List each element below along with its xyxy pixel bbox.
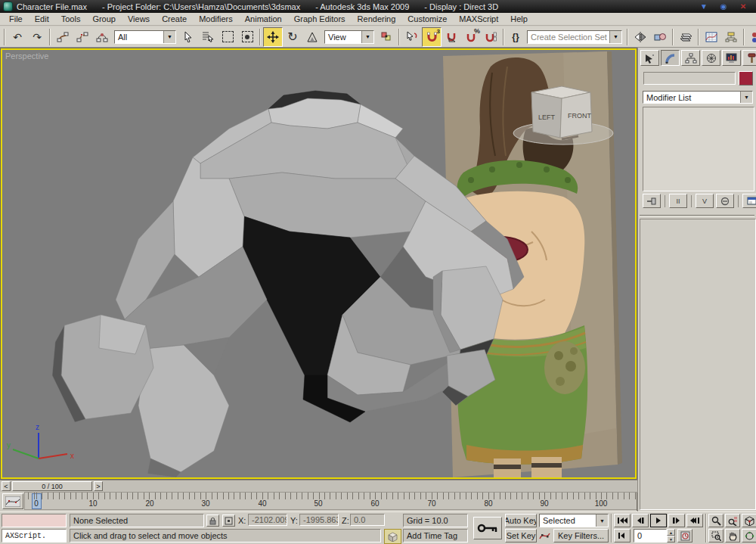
named-selection-set-dropdown[interactable]: Create Selection Set ▼ [527, 30, 622, 44]
menu-animation[interactable]: Animation [239, 14, 288, 24]
modifier-list-dropdown[interactable]: Modifier List ▼ [643, 91, 753, 104]
menu-rendering[interactable]: Rendering [352, 14, 402, 24]
perspective-viewport[interactable]: Perspective [1, 48, 637, 479]
mini-curve-editor-icon[interactable] [2, 493, 23, 509]
current-frame-field[interactable]: 0 [634, 529, 667, 542]
tab-create[interactable] [640, 50, 659, 66]
menu-group[interactable]: Group [86, 14, 122, 24]
percent-snap-icon[interactable]: % [461, 27, 481, 47]
tab-modify[interactable] [661, 50, 680, 66]
rectangular-selection-region-icon[interactable] [218, 27, 237, 47]
menu-edit[interactable]: Edit [29, 14, 55, 24]
key-mode-toggle-icon[interactable] [614, 529, 631, 542]
object-name-field[interactable] [643, 72, 736, 85]
frame-spinner[interactable]: ▲▼ [667, 529, 675, 542]
unlink-icon[interactable] [73, 27, 92, 47]
track-bar-ruler[interactable]: 0 10 20 30 40 50 60 70 80 90 100 [24, 492, 638, 510]
arc-rotate-icon[interactable] [742, 529, 756, 542]
bind-to-space-warp-icon[interactable] [92, 27, 112, 47]
previous-frame-arrow[interactable]: < [2, 481, 11, 491]
material-editor-icon[interactable] [747, 27, 756, 47]
tab-motion[interactable] [702, 50, 720, 66]
chevron-down-icon[interactable]: ▼ [596, 514, 608, 527]
x-coordinate-field[interactable]: -2102.009 [248, 514, 287, 526]
key-filter-dropdown[interactable]: Selected ▼ [539, 514, 609, 527]
auto-key-button[interactable]: Auto Key [505, 514, 537, 527]
menu-help[interactable]: Help [504, 14, 534, 24]
undo-icon[interactable]: ↶ [8, 27, 27, 47]
maxscript-listener-pink[interactable] [2, 514, 67, 527]
zoom-all-icon[interactable] [725, 514, 740, 527]
zoom-extents-icon[interactable] [742, 514, 756, 527]
window-crossing-icon[interactable] [237, 27, 257, 47]
reference-coordinate-dropdown[interactable]: View ▼ [324, 30, 374, 44]
selection-lock-icon[interactable] [206, 514, 219, 527]
redo-icon[interactable]: ↷ [27, 27, 47, 47]
select-and-move-icon[interactable] [263, 27, 283, 47]
viewport-canvas[interactable]: LEFT FRONT z x y [2, 50, 635, 477]
pan-hand-icon[interactable] [725, 529, 740, 542]
tab-utilities[interactable] [742, 50, 756, 66]
modifier-stack-list[interactable] [643, 107, 754, 191]
configure-modifier-sets-icon[interactable] [742, 194, 756, 208]
next-frame-arrow[interactable]: > [94, 481, 103, 491]
default-in-out-tangent-icon[interactable] [539, 530, 551, 542]
menu-modifiers[interactable]: Modifiers [193, 14, 239, 24]
go-to-start-icon[interactable] [614, 514, 631, 527]
close-button[interactable]: ✕ [738, 2, 748, 11]
previous-frame-icon[interactable] [632, 514, 649, 527]
set-key-button[interactable]: Set Key [505, 529, 537, 542]
select-object-icon[interactable] [178, 27, 198, 47]
rollout-area[interactable] [640, 219, 756, 510]
chevron-down-icon[interactable]: ▼ [361, 31, 373, 43]
tab-display[interactable] [722, 50, 741, 66]
curve-editor-icon[interactable] [702, 27, 721, 47]
region-zoom-icon[interactable] [708, 529, 723, 542]
key-filters-button[interactable]: Key Filters... [553, 529, 609, 542]
select-and-link-icon[interactable] [53, 27, 73, 47]
select-and-manipulate-icon[interactable] [402, 27, 422, 47]
chevron-down-icon[interactable]: ▼ [609, 31, 621, 43]
menu-graph-editors[interactable]: Graph Editors [288, 14, 352, 24]
selection-filter-dropdown[interactable]: All ▼ [114, 30, 176, 44]
restore-button[interactable]: ◉ [718, 2, 729, 11]
menu-file[interactable]: File [3, 14, 29, 24]
pin-stack-icon[interactable] [643, 194, 661, 208]
remove-modifier-icon[interactable] [716, 194, 734, 208]
object-color-swatch[interactable] [739, 71, 753, 85]
z-coordinate-field[interactable]: 0.0 [350, 514, 385, 526]
play-animation-icon[interactable] [650, 514, 667, 527]
select-and-rotate-icon[interactable]: ↻ [283, 27, 302, 47]
time-configuration-icon[interactable] [677, 529, 692, 542]
select-and-scale-icon[interactable] [302, 27, 322, 47]
tab-hierarchy[interactable] [681, 50, 700, 66]
spinner-snap-icon[interactable] [481, 27, 500, 47]
adaptive-degradation-cube-icon[interactable] [384, 529, 401, 544]
schematic-view-icon[interactable] [721, 27, 741, 47]
menu-tools[interactable]: Tools [55, 14, 87, 24]
menu-customize[interactable]: Customize [401, 14, 453, 24]
zoom-icon[interactable] [708, 514, 723, 527]
angle-snap-icon[interactable] [442, 27, 461, 47]
time-slider-handle[interactable]: 0 / 100 [12, 481, 92, 491]
next-frame-icon[interactable] [668, 514, 685, 527]
make-unique-icon[interactable]: V [696, 194, 714, 208]
menu-maxscript[interactable]: MAXScript [453, 14, 504, 24]
align-icon[interactable] [650, 27, 670, 47]
go-to-end-icon[interactable] [686, 514, 703, 527]
layer-manager-icon[interactable] [676, 27, 696, 47]
snaps-toggle-3d-icon[interactable]: 3 [422, 27, 442, 47]
y-coordinate-field[interactable]: -1995.863 [299, 514, 339, 526]
add-time-tag-field[interactable]: Add Time Tag [403, 529, 468, 542]
absolute-offset-toggle-icon[interactable] [222, 514, 235, 527]
select-by-name-icon[interactable] [198, 27, 218, 47]
mirror-icon[interactable] [631, 27, 650, 47]
show-end-result-icon[interactable]: II [669, 194, 687, 208]
use-pivot-center-icon[interactable] [376, 27, 396, 47]
chevron-down-icon[interactable]: ▼ [163, 31, 175, 43]
title-bar[interactable]: Character File.max - Project Folder: C:\… [0, 0, 756, 13]
chevron-down-icon[interactable]: ▼ [740, 92, 752, 103]
menu-create[interactable]: Create [156, 14, 193, 24]
set-key-mode-key-icon[interactable] [473, 517, 502, 539]
minimize-button[interactable]: ▼ [699, 2, 709, 11]
